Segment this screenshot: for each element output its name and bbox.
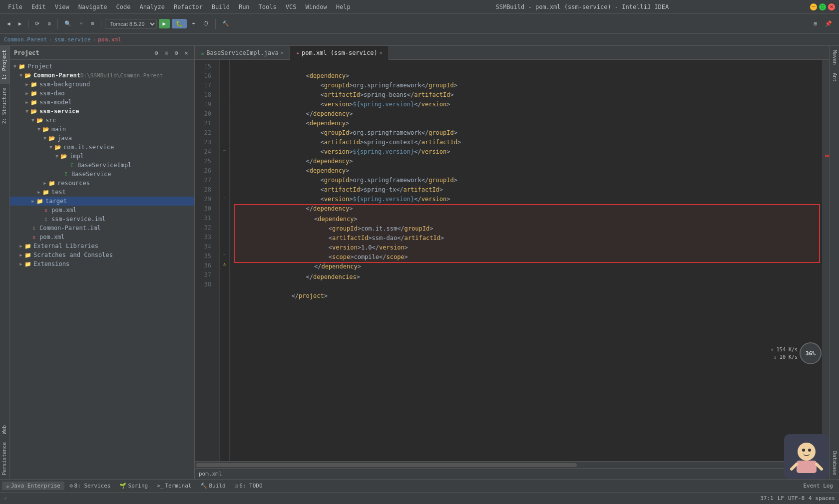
window-controls[interactable]: ─ □ ✕ bbox=[810, 3, 835, 10]
toolbar-forward[interactable]: ▶ bbox=[15, 19, 25, 28]
tab-base-service-impl[interactable]: ☕ BaseServiceImpl.java ✕ bbox=[195, 46, 290, 60]
fold-36[interactable]: ⚠ bbox=[220, 259, 229, 268]
fold-icon-24[interactable]: − bbox=[223, 148, 226, 153]
toolbar-back[interactable]: ◀ bbox=[4, 19, 13, 28]
tree-item-ssm-service[interactable]: ▼ 📂 ssm-service bbox=[10, 107, 194, 116]
toolbar-annotate[interactable]: ≡ bbox=[88, 19, 97, 28]
sidebar-tab-project[interactable]: 1: Project bbox=[0, 46, 9, 84]
menu-build[interactable]: Build bbox=[208, 2, 234, 11]
tree-item-pom-xml[interactable]: x pom.xml bbox=[10, 206, 194, 215]
sidebar-tab-structure[interactable]: 2: Structure bbox=[0, 84, 9, 128]
tree-item-ssm-model[interactable]: ▶ 📁 ssm-model bbox=[10, 98, 194, 107]
minimize-button[interactable]: ─ bbox=[810, 3, 817, 10]
tree-item-resources[interactable]: ▶ 📁 resources bbox=[10, 179, 194, 188]
right-tab-ant[interactable]: Ant bbox=[830, 69, 839, 86]
sidebar-tab-persistence[interactable]: Persistence bbox=[0, 438, 9, 479]
breadcrumb-ssm-service[interactable]: ssm-service bbox=[54, 36, 91, 43]
toolbar-layout[interactable]: ⊞ bbox=[811, 19, 820, 28]
menu-bar[interactable]: File Edit View Navigate Code Analyze Ref… bbox=[4, 2, 355, 11]
fold-29[interactable]: − bbox=[220, 193, 229, 202]
fold-icon-35[interactable]: − bbox=[223, 252, 226, 257]
breadcrumb-pom-xml[interactable]: pom.xml bbox=[98, 36, 121, 43]
bottom-btn-build[interactable]: 🔨 Build bbox=[196, 482, 229, 490]
tree-item-impl[interactable]: ▼ 📂 impl bbox=[10, 152, 194, 161]
menu-view[interactable]: View bbox=[51, 2, 73, 11]
fold-35[interactable]: − bbox=[220, 250, 229, 259]
right-tab-database[interactable]: Database bbox=[830, 447, 839, 479]
status-linesep[interactable]: LF bbox=[778, 495, 784, 502]
fold-24[interactable]: − bbox=[220, 145, 229, 155]
menu-navigate[interactable]: Navigate bbox=[74, 2, 111, 11]
close-button[interactable]: ✕ bbox=[828, 3, 835, 10]
tree-item-src[interactable]: ▼ 📂 src bbox=[10, 116, 194, 125]
tree-label-main: main bbox=[51, 126, 66, 133]
bottom-btn-event-log[interactable]: Event Log bbox=[799, 482, 837, 490]
coverage-button[interactable]: ☂ bbox=[189, 19, 198, 28]
bottom-btn-todo[interactable]: ☑ 6: TODO bbox=[231, 482, 267, 490]
toolbar-pin[interactable]: 📌 bbox=[822, 19, 835, 28]
fold-icon-19[interactable]: − bbox=[223, 100, 226, 105]
menu-code[interactable]: Code bbox=[112, 2, 135, 11]
code-editor[interactable]: 15 16 17 18 19 20 21 22 23 24 25 26 27 2… bbox=[195, 60, 829, 461]
right-tab-maven[interactable]: Maven bbox=[830, 46, 839, 69]
bottom-btn-spring[interactable]: 🌱 Spring bbox=[115, 482, 152, 490]
toolbar-git[interactable]: ⑂ bbox=[76, 19, 86, 28]
tree-item-test[interactable]: ▶ 📁 test bbox=[10, 188, 194, 197]
tree-item-ssm-dao[interactable]: ▶ 📁 ssm-dao bbox=[10, 89, 194, 98]
tree-item-ssm-service-iml[interactable]: i ssm-service.iml bbox=[10, 215, 194, 224]
tree-item-external-libraries[interactable]: ▶ 📁 External Libraries bbox=[10, 242, 194, 251]
run-config-select[interactable]: Tomcat 8.5.29 bbox=[105, 19, 157, 29]
status-encoding[interactable]: UTF-8 bbox=[788, 495, 805, 502]
code-content[interactable]: <dependency> <groupId>org.springframewor… bbox=[230, 60, 822, 461]
menu-file[interactable]: File bbox=[4, 2, 26, 11]
fold-19[interactable]: − bbox=[220, 98, 229, 107]
bottom-btn-java-enterprise[interactable]: ☕ Java Enterprise bbox=[2, 482, 64, 490]
tree-item-ssm-background[interactable]: ▶ 📁 ssm-background bbox=[10, 80, 194, 89]
bottom-btn-services[interactable]: ⚙ 8: Services bbox=[65, 482, 114, 490]
build-button[interactable]: 🔨 bbox=[219, 19, 232, 28]
scrollbar-thumb[interactable] bbox=[196, 463, 577, 467]
tree-item-target[interactable]: ▶ 📁 target bbox=[10, 197, 194, 206]
menu-vcs[interactable]: VCS bbox=[282, 2, 301, 11]
tree-item-common-parent[interactable]: ▼ 📂 Common-Parent D:\SSMBuild\Common-Par… bbox=[10, 71, 194, 80]
menu-refactor[interactable]: Refactor bbox=[170, 2, 207, 11]
tree-item-project[interactable]: ▼ 📁 Project bbox=[10, 62, 194, 71]
panel-close-icon[interactable]: ✕ bbox=[182, 49, 190, 57]
menu-window[interactable]: Window bbox=[301, 2, 331, 11]
menu-run[interactable]: Run bbox=[235, 2, 254, 11]
tree-item-scratches-and-consoles[interactable]: ▶ 📁 Scratches and Consoles bbox=[10, 251, 194, 259]
tree-item-base-service[interactable]: I BaseService bbox=[10, 170, 194, 179]
status-position[interactable]: 37:1 bbox=[760, 495, 774, 502]
tree-item-main[interactable]: ▼ 📂 main bbox=[10, 125, 194, 134]
fold-icon-29[interactable]: − bbox=[223, 195, 226, 200]
run-button[interactable]: ▶ bbox=[159, 19, 170, 28]
tree-item-common-parent-iml[interactable]: i Common-Parent.iml bbox=[10, 224, 194, 233]
tab-close-pom-xml[interactable]: ✕ bbox=[380, 50, 383, 55]
toolbar-search[interactable]: 🔍 bbox=[61, 19, 74, 28]
tree-item-extensions[interactable]: ▶ 📁 Extensions bbox=[10, 259, 194, 268]
tree-item-java[interactable]: ▼ 📂 java bbox=[10, 134, 194, 143]
tab-pom-xml[interactable]: ✦ pom.xml (ssm-service) ✕ bbox=[290, 46, 389, 60]
horizontal-scrollbar[interactable] bbox=[195, 461, 829, 468]
panel-gear-icon[interactable]: ⚙ bbox=[172, 49, 180, 57]
status-indent[interactable]: 4 spaces bbox=[809, 495, 835, 502]
menu-analyze[interactable]: Analyze bbox=[135, 2, 169, 11]
breadcrumb-common-parent[interactable]: Common-Parent bbox=[4, 36, 47, 43]
profile-button[interactable]: ⏱ bbox=[200, 19, 212, 28]
sidebar-tab-web[interactable]: Web bbox=[0, 421, 9, 438]
tree-item-base-service-impl[interactable]: C BaseServiceImpl bbox=[10, 161, 194, 170]
toolbar-sync[interactable]: ⟳ bbox=[32, 19, 42, 28]
menu-edit[interactable]: Edit bbox=[27, 2, 50, 11]
panel-sort-icon[interactable]: ≡ bbox=[162, 49, 170, 57]
menu-help[interactable]: Help bbox=[332, 2, 355, 11]
menu-tools[interactable]: Tools bbox=[255, 2, 281, 11]
tab-close-base-service-impl[interactable]: ✕ bbox=[281, 50, 284, 55]
tree-item-root-pom-xml[interactable]: x pom.xml bbox=[10, 233, 194, 242]
tree-item-com-it-service[interactable]: ▼ 📂 com.it.service bbox=[10, 143, 194, 152]
build-icon: 🔨 bbox=[200, 483, 207, 489]
panel-settings-icon[interactable]: ⚙ bbox=[152, 49, 160, 57]
toolbar-settings[interactable]: ⚙ bbox=[44, 19, 54, 28]
maximize-button[interactable]: □ bbox=[819, 3, 826, 10]
debug-button[interactable]: 🐛 bbox=[172, 19, 187, 28]
bottom-btn-terminal[interactable]: >_ Terminal bbox=[153, 482, 195, 490]
